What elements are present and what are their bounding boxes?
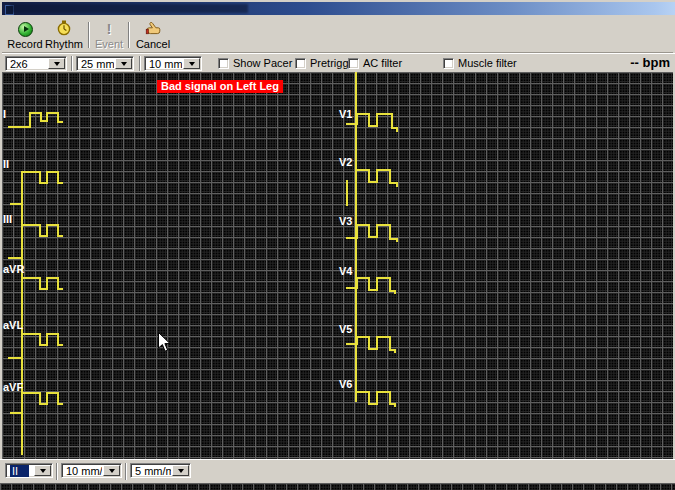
toolbar-separator: [128, 22, 130, 48]
trace-V3: [346, 225, 397, 242]
heart-rate-readout: -- bpm: [630, 55, 670, 70]
trace-aVR: [22, 278, 63, 289]
trace-V5: [346, 337, 395, 353]
event-button-label: Event: [94, 38, 124, 50]
app-window: Record Rhythm ! Event: [0, 0, 675, 490]
muscle-filter-label: Muscle filter: [458, 57, 517, 69]
lead-label-II: II: [3, 159, 9, 170]
checkbox-icon[interactable]: [218, 58, 229, 69]
checkbox-icon[interactable]: [295, 58, 306, 69]
trace-aVF: [10, 393, 63, 413]
rhythm-lead-value: II: [10, 465, 29, 477]
title-text-area: [10, 4, 248, 13]
lead-label-V3: V3: [339, 216, 352, 227]
trace-II: [10, 172, 63, 204]
layout-select-value: 2x6: [6, 58, 47, 70]
rhythm-button-label: Rhythm: [44, 38, 84, 50]
ecg-traces: [2, 72, 673, 459]
lead-label-V2: V2: [339, 157, 352, 168]
cancel-icon: [133, 20, 173, 37]
settings-toolbar: 2x6 25 mm/sec 10 mm/mV Show Pacer Pretri…: [2, 53, 675, 73]
rhythm-toolbar: II 10 mm/sec 5 mm/mV: [0, 459, 675, 483]
muscle-filter-checkbox[interactable]: Muscle filter: [443, 57, 517, 69]
speed-select-value: 25 mm/sec: [77, 58, 114, 70]
trace-I: [8, 113, 63, 127]
gain-select-value: 10 mm/mV: [145, 58, 182, 70]
lead-label-III: III: [3, 214, 12, 225]
gain-select[interactable]: 10 mm/mV: [144, 56, 202, 71]
toolbar-separator: [125, 463, 127, 480]
lead-label-V5: V5: [339, 324, 352, 335]
lead-label-aVR: aVR: [3, 264, 24, 275]
toolbar-separator: [56, 463, 58, 480]
chevron-down-icon[interactable]: [48, 58, 65, 69]
chevron-down-icon[interactable]: [115, 58, 132, 69]
rhythm-icon: [44, 20, 84, 37]
ac-filter-label: AC filter: [363, 57, 402, 69]
lead-label-I: I: [3, 109, 6, 120]
toolbar-separator: [139, 56, 141, 71]
lead-label-V6: V6: [339, 379, 352, 390]
layout-select[interactable]: 2x6: [5, 56, 67, 71]
toolbar-separator: [88, 22, 90, 48]
checkbox-icon[interactable]: [443, 58, 454, 69]
chevron-down-icon[interactable]: [172, 465, 189, 476]
chevron-down-icon[interactable]: [34, 465, 51, 476]
record-icon: [6, 20, 44, 37]
lead-label-aVL: aVL: [3, 320, 23, 331]
show-pacer-label: Show Pacer: [233, 57, 292, 69]
checkbox-icon[interactable]: [348, 58, 359, 69]
rhythm-gain-select[interactable]: 5 mm/mV: [130, 463, 191, 478]
rhythm-lead-select[interactable]: II: [5, 463, 53, 478]
record-button-label: Record: [6, 38, 44, 50]
ecg-display: Bad signal on Left Leg IIIIIIaVRaVLaVFV1…: [2, 72, 673, 459]
rhythm-speed-select[interactable]: 10 mm/sec: [61, 463, 122, 478]
cancel-button[interactable]: Cancel: [133, 20, 173, 50]
toolbar-separator: [71, 56, 73, 71]
chevron-down-icon[interactable]: [103, 465, 120, 476]
trace-V4: [346, 278, 395, 294]
speed-select[interactable]: 25 mm/sec: [76, 56, 134, 71]
trace-aVL: [8, 334, 63, 358]
trace-V6: [357, 392, 395, 407]
record-toolbar: Record Rhythm ! Event: [2, 15, 673, 53]
record-button[interactable]: Record: [6, 20, 44, 50]
trace-III: [8, 225, 63, 258]
lead-label-V4: V4: [339, 266, 352, 277]
lead-label-V1: V1: [339, 109, 352, 120]
rhythm-strip-edge: [0, 483, 675, 490]
cancel-button-label: Cancel: [133, 38, 173, 50]
trace-V1: [346, 114, 397, 132]
lead-label-aVF: aVF: [3, 382, 23, 393]
event-icon: !: [94, 20, 124, 37]
warning-banner: Bad signal on Left Leg: [157, 80, 283, 93]
show-pacer-checkbox[interactable]: Show Pacer: [218, 57, 292, 69]
chevron-down-icon[interactable]: [183, 58, 200, 69]
trace-V2: [357, 170, 397, 187]
rhythm-gain-value: 5 mm/mV: [131, 465, 171, 477]
rhythm-speed-value: 10 mm/sec: [62, 465, 102, 477]
rhythm-button[interactable]: Rhythm: [44, 20, 84, 50]
title-bar: [2, 2, 675, 15]
ac-filter-checkbox[interactable]: AC filter: [348, 57, 402, 69]
event-button[interactable]: ! Event: [94, 20, 124, 50]
